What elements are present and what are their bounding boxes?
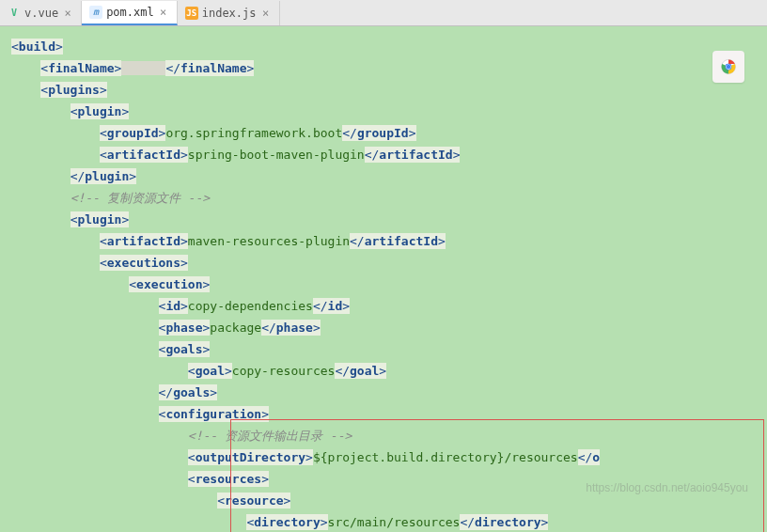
tab-index[interactable]: JS index.js × xyxy=(178,1,280,25)
code-line: <plugin> xyxy=(11,209,756,230)
tab-label: v.vue xyxy=(24,7,58,20)
code-line: <phase>package</phase> xyxy=(11,317,756,338)
svg-point-4 xyxy=(727,65,731,70)
code-line: <artifactId>maven-resources-plugin</arti… xyxy=(11,230,756,252)
watermark: https://blog.csdn.net/aoio945you xyxy=(586,481,748,494)
code-line: <!-- 复制资源文件 --> xyxy=(11,187,756,209)
code-line: <plugins> xyxy=(11,79,756,101)
code-line: <build> xyxy=(11,36,756,57)
code-editor[interactable]: <build> <finalName> </finalName> <plugin… xyxy=(0,26,767,532)
code-line: <!-- 资源文件输出目录 --> xyxy=(11,425,756,446)
code-line: <configuration> xyxy=(11,403,756,425)
chrome-icon[interactable] xyxy=(712,51,744,83)
vue-icon: V xyxy=(8,7,21,20)
tab-label: pom.xml xyxy=(106,6,154,19)
code-line: <directory>src/main/resources</directory… xyxy=(11,511,756,532)
tab-bar: V v.vue × m pom.xml × JS index.js × xyxy=(0,0,767,26)
code-line: <groupId>org.springframework.boot</group… xyxy=(11,122,756,144)
code-line: <outputDirectory>${project.build.directo… xyxy=(11,446,756,468)
code-line: <plugin> xyxy=(11,101,756,122)
close-icon[interactable]: × xyxy=(62,8,73,19)
code-line: <goal>copy-resources</goal> xyxy=(11,360,756,382)
tab-label: index.js xyxy=(202,7,257,20)
tab-vue[interactable]: V v.vue × xyxy=(0,1,82,25)
close-icon[interactable]: × xyxy=(260,8,272,19)
maven-icon: m xyxy=(89,6,102,19)
tab-pom[interactable]: m pom.xml × xyxy=(82,1,178,25)
js-icon: JS xyxy=(185,7,198,20)
code-line: </plugin> xyxy=(11,165,756,187)
code-line: <artifactId>spring-boot-maven-plugin</ar… xyxy=(11,144,756,165)
code-line: <finalName> </finalName> xyxy=(11,57,756,79)
code-line: <execution> xyxy=(11,274,756,295)
code-line: </goals> xyxy=(11,382,756,403)
close-icon[interactable]: × xyxy=(158,7,169,18)
code-line: <goals> xyxy=(11,338,756,360)
code-line: <id>copy-dependencies</id> xyxy=(11,295,756,317)
code-line: <executions> xyxy=(11,252,756,274)
